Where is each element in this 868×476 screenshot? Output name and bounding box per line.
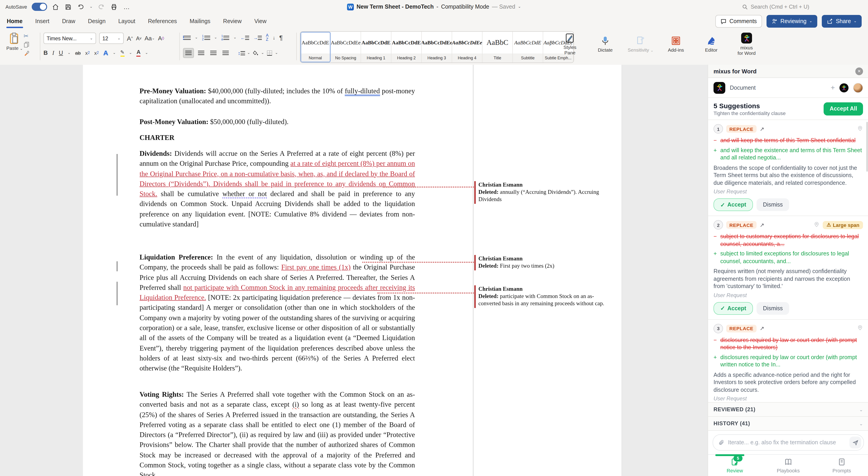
style-heading-4[interactable]: AaBbCcDdEeHeading 4 (452, 32, 483, 63)
cut-icon[interactable]: ✂ (24, 33, 29, 39)
decrease-indent-icon[interactable]: ← (241, 35, 249, 40)
style-heading-2[interactable]: AaBbCcDdEHeading 2 (392, 32, 422, 63)
attachment-icon[interactable] (718, 439, 724, 446)
panel-scrollbar[interactable] (866, 122, 868, 172)
tab-prompts[interactable]: Prompts (815, 455, 868, 476)
ribbon-tab-home[interactable]: Home (6, 17, 23, 25)
pilcrow-icon[interactable]: ¶ (279, 34, 283, 41)
style-subtitle[interactable]: AaBbCcDdESubtitle (513, 32, 543, 63)
style-title[interactable]: AaBbCTitle (483, 32, 513, 63)
clear-formatting-icon[interactable]: A◊ (158, 35, 164, 42)
change-case-icon[interactable]: Aa⌄ (145, 35, 155, 42)
dictate-button[interactable]: Dictate (591, 36, 620, 53)
reviewing-button[interactable]: Reviewing ⌄ (766, 15, 817, 28)
accept-button[interactable]: ✓Accept (714, 198, 753, 211)
increase-indent-icon[interactable]: → (253, 35, 262, 40)
tab-review[interactable]: 5 Review (708, 455, 762, 476)
accept-button[interactable]: ✓Accept (714, 302, 753, 315)
grow-font-icon[interactable]: A^ (127, 35, 133, 42)
mixus-addin-button[interactable]: mixus for Word (732, 33, 761, 56)
paragraph-voting[interactable]: Voting Rights: The Series A Preferred sh… (140, 389, 415, 476)
styles-gallery-next-icon[interactable]: › (546, 41, 554, 47)
location-pin-icon[interactable] (857, 324, 863, 332)
align-center-button[interactable] (196, 49, 206, 58)
save-icon[interactable] (64, 3, 72, 11)
open-in-document-icon[interactable]: ↗ (760, 222, 764, 228)
add-icon[interactable]: + (831, 84, 835, 92)
dismiss-button[interactable]: Dismiss (756, 302, 789, 315)
sort-icon[interactable]: AZ (266, 33, 269, 42)
style-heading-1[interactable]: AaBbCcDdEHeading 1 (361, 32, 392, 63)
ribbon-tab-design[interactable]: Design (87, 17, 106, 25)
ribbon-tab-view[interactable]: View (254, 17, 267, 25)
ribbon-tab-review[interactable]: Review (223, 17, 242, 25)
underline-icon[interactable]: U (59, 50, 63, 56)
italic-icon[interactable]: I (52, 49, 54, 56)
send-button[interactable] (849, 437, 861, 448)
editor-button[interactable]: Editor (697, 36, 726, 53)
paragraph-pre-money[interactable]: Pre-Money Valuation: $40,000,000 (fully-… (140, 86, 415, 106)
undo-chevron-icon[interactable]: ⌄ (90, 5, 92, 9)
format-painter-icon[interactable] (24, 50, 29, 56)
strikethrough-icon[interactable]: ab (75, 50, 81, 56)
history-section[interactable]: HISTORY (41) ⌄ (708, 416, 868, 430)
ribbon-tab-mailings[interactable]: Mailings (189, 17, 211, 25)
paragraph-charter[interactable]: CHARTER (140, 133, 415, 143)
undo-icon[interactable] (77, 3, 85, 11)
autosave-toggle[interactable] (31, 3, 47, 11)
tab-playbooks[interactable]: Playbooks (762, 455, 815, 476)
home-icon[interactable] (52, 3, 60, 11)
styles-pane-button[interactable]: Styles Pane (555, 33, 584, 55)
shading-icon[interactable] (252, 50, 259, 56)
margin-note[interactable]: Christian EsmannDeleted: annually (“Accr… (478, 181, 614, 203)
align-left-button[interactable] (183, 48, 194, 58)
highlight-color-icon[interactable]: ✎ (120, 49, 124, 56)
paragraph-dividends[interactable]: Dividends: Dividends will accrue on the … (140, 149, 415, 229)
ribbon-tab-insert[interactable]: Insert (35, 17, 50, 25)
subscript-icon[interactable]: x2 (85, 50, 90, 56)
open-in-document-icon[interactable]: ↗ (760, 126, 764, 132)
paste-button[interactable]: Paste ⌄ (6, 33, 23, 51)
close-icon[interactable]: × (855, 67, 863, 75)
comments-button[interactable]: Comments (715, 15, 762, 28)
font-size-select[interactable]: 12⌄ (99, 33, 124, 44)
margin-note[interactable]: Christian EsmannDeleted: First pay two t… (478, 255, 614, 269)
more-options-icon[interactable]: … (123, 3, 131, 11)
align-right-button[interactable] (208, 49, 218, 58)
bullet-list-icon[interactable] (183, 36, 191, 40)
copy-icon[interactable] (24, 42, 29, 48)
panel-document-row[interactable]: Document + (708, 78, 868, 98)
share-button[interactable]: Share ⌄ (822, 15, 862, 28)
open-in-document-icon[interactable]: ↗ (760, 325, 764, 331)
paragraph-post-money[interactable]: Post-Money Valuation: $50,000,000 (fully… (140, 117, 415, 127)
bold-icon[interactable]: B (43, 50, 48, 56)
title-chevron-icon[interactable]: ⌄ (518, 5, 521, 9)
style-heading-3[interactable]: AaBbCcDdEeHeading 3 (422, 32, 452, 63)
location-pin-icon[interactable] (857, 125, 863, 133)
location-pin-icon[interactable] (814, 221, 820, 229)
justify-button[interactable] (221, 49, 230, 58)
dismiss-button[interactable]: Dismiss (756, 198, 789, 211)
ribbon-tab-references[interactable]: References (148, 17, 177, 25)
superscript-icon[interactable]: x2 (94, 50, 99, 56)
numbered-list-icon[interactable]: 12 (202, 34, 210, 41)
addins-button[interactable]: Add-ins (661, 36, 690, 53)
font-name-select[interactable]: Times New...⌄ (43, 33, 96, 44)
ribbon-tab-layout[interactable]: Layout (118, 17, 136, 25)
font-color-icon[interactable]: A (136, 49, 141, 57)
ribbon-tab-draw[interactable]: Draw (62, 17, 76, 25)
multilevel-list-icon[interactable]: 1a (221, 34, 229, 41)
accept-all-button[interactable]: Accept All (824, 102, 863, 115)
paragraph-liquidation[interactable]: Liquidation Preference: In the event of … (140, 252, 415, 373)
document-title[interactable]: New Term Sheet - DemoTech (356, 4, 434, 10)
style-normal[interactable]: AaBbCcDdENormal (300, 32, 331, 63)
margin-note[interactable]: Christian EsmannDeleted: participate wit… (478, 285, 614, 307)
search-box[interactable]: Search (Cmd + Ctrl + U) (742, 0, 809, 13)
shrink-font-icon[interactable]: Av (136, 35, 141, 41)
reviewed-section[interactable]: REVIEWED (21) ⌄ (708, 402, 868, 416)
line-spacing-icon[interactable]: ↕ (238, 50, 245, 56)
iterate-input[interactable]: Iterate... e.g. also fix the termination… (713, 434, 864, 451)
text-effects-icon[interactable]: A (103, 49, 108, 57)
style-no-spacing[interactable]: AaBbCcDdEeNo Spacing (331, 32, 361, 63)
borders-icon[interactable] (267, 50, 273, 56)
